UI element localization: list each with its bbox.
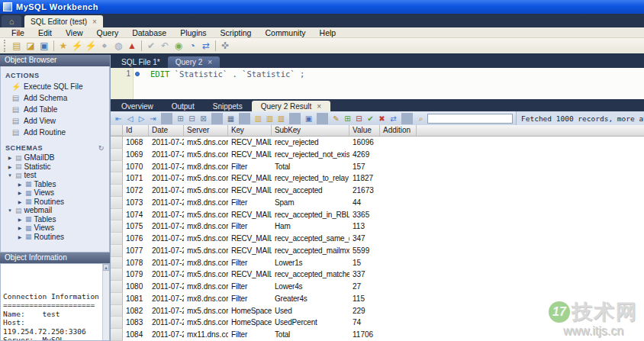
table-row[interactable]: 1074 2011-07-20 mx5.dns.com.cn RECV_MAIL… (111, 209, 644, 221)
cell-date[interactable]: 2011-07-20 (149, 137, 184, 149)
cell-subkey[interactable]: Total (272, 161, 349, 173)
search-grid-icon[interactable]: ⌕ (415, 113, 427, 124)
cell-key[interactable]: Filter (228, 281, 272, 293)
cell-addition[interactable] (380, 185, 417, 197)
last-record-icon[interactable]: ⇥ (147, 113, 159, 124)
duplicate-row-icon[interactable]: ⊟ (186, 113, 198, 124)
cell-value[interactable]: 115 (349, 293, 380, 305)
menu-scripting[interactable]: Scripting (214, 28, 259, 37)
cell-key[interactable]: RECV_MAIL (228, 233, 272, 245)
separator[interactable] (215, 40, 216, 51)
cell-addition[interactable] (380, 149, 417, 161)
sql-editor[interactable]: 1 EDIT `Statistic` . `Statistic` ; (111, 68, 644, 99)
cell-server[interactable]: mx5.dns.com.cn (184, 233, 228, 245)
expander-icon[interactable]: ▶ (17, 199, 23, 204)
menu-help[interactable]: Help (313, 28, 343, 37)
expander-icon[interactable]: ▶ (7, 164, 13, 169)
cell-id[interactable]: 1072 (123, 185, 149, 197)
action-add-table[interactable]: ▤ Add Table (1, 104, 109, 115)
cell-server[interactable]: mx5.dns.com.cn (184, 185, 228, 197)
cell-addition[interactable] (380, 257, 417, 269)
cell-server[interactable]: mx8.dns.com.cn (184, 197, 228, 209)
new-connection-icon[interactable]: ★ (56, 40, 70, 53)
cell-server[interactable]: mx11.dns.com... (184, 329, 228, 341)
cell-server[interactable]: mx5.dns.com.cn (184, 317, 228, 329)
close-result-tab-icon[interactable]: × (317, 102, 321, 111)
menu-query[interactable]: Query (90, 28, 126, 37)
cell-addition[interactable] (380, 329, 417, 341)
save-icon[interactable]: ▣ (37, 40, 51, 53)
cell-subkey[interactable]: recv_accepted_same_domain (272, 233, 349, 245)
cell-date[interactable]: 2011-07-20 (149, 209, 184, 221)
row-selector[interactable] (111, 329, 123, 341)
cell-addition[interactable] (380, 281, 417, 293)
col-header-server[interactable]: Server (184, 125, 228, 136)
cell-server[interactable]: mx5.dns.com.cn (184, 172, 228, 185)
insert-row-icon[interactable]: ⊞ (175, 113, 186, 124)
col-header-addition[interactable]: Addition (380, 125, 417, 136)
cell-id[interactable]: 1077 (123, 245, 149, 257)
cell-subkey[interactable]: recv_rejected_to_relay (272, 172, 349, 185)
cell-value[interactable]: 337 (349, 269, 380, 281)
action-add-schema[interactable]: ▤ Add Schema (1, 92, 109, 104)
cell-key[interactable]: RECV_MAIL (228, 185, 272, 197)
cell-subkey[interactable]: recv_accepted_in_RBL (272, 209, 349, 221)
cell-key[interactable]: RECV_MAIL (228, 149, 272, 161)
first-record-icon[interactable]: ⇤ (113, 113, 124, 124)
cell-id[interactable]: 1073 (123, 197, 149, 209)
action-execute-sql-file[interactable]: ⚡ Execute SQL File (1, 81, 109, 92)
separator[interactable] (239, 113, 250, 124)
cell-value[interactable]: 3365 (349, 209, 380, 221)
row-selector[interactable] (111, 317, 123, 329)
query-timer-icon[interactable]: ◔ (185, 40, 199, 53)
cell-server[interactable]: mx5.dns.com.cn (184, 305, 228, 317)
cell-key[interactable]: Filter (228, 293, 272, 305)
titlebar[interactable]: MySQL Workbench (0, 0, 644, 14)
cell-date[interactable]: 2011-07-20 (149, 149, 184, 161)
cell-subkey[interactable]: recv_accepted (272, 185, 349, 197)
cell-key[interactable]: HomeSpace (228, 317, 272, 329)
expander-icon[interactable]: ▶ (17, 190, 23, 195)
add-record-icon[interactable]: ⊞ (342, 113, 353, 124)
cell-date[interactable]: 2011-07-20 (149, 245, 184, 257)
expander-icon[interactable]: ▶ (7, 155, 13, 160)
cell-addition[interactable] (380, 161, 417, 173)
cell-id[interactable]: 1071 (123, 172, 149, 185)
cell-key[interactable]: RECV_MAIL (228, 269, 272, 281)
menu-plugins[interactable]: Plugins (173, 28, 213, 37)
col-header-key[interactable]: Key (228, 125, 272, 136)
rollback-icon[interactable]: ↶ (158, 40, 172, 53)
cell-id[interactable]: 1075 (123, 220, 149, 233)
cell-subkey[interactable]: Lower1s (272, 257, 349, 269)
cell-addition[interactable] (380, 269, 417, 281)
table-row[interactable]: 1069 2011-07-20 mx5.dns.com.cn RECV_MAIL… (111, 149, 644, 161)
cell-addition[interactable] (380, 245, 417, 257)
cell-value[interactable]: 21673 (349, 185, 380, 197)
refresh-grid-icon[interactable]: ⇄ (388, 113, 399, 124)
cell-key[interactable]: Filter (228, 161, 272, 173)
cell-subkey[interactable]: Greater4s (272, 293, 349, 305)
schema-refresh-icon[interactable]: ↻ (98, 144, 105, 152)
cell-date[interactable]: 2011-07-20 (149, 185, 184, 197)
test-routines[interactable]: ▶ ▦ Routines (4, 198, 109, 207)
cell-subkey[interactable]: recv_accepted_matched (272, 269, 349, 281)
cell-key[interactable]: HomeSpace (228, 305, 272, 317)
separator[interactable] (161, 113, 172, 124)
cell-server[interactable]: mx8.dns.com.cn (184, 281, 228, 293)
row-selector[interactable] (111, 305, 123, 317)
sort-asc-icon[interactable]: ▥ (253, 113, 264, 124)
cell-subkey[interactable]: recv_rejected (272, 137, 349, 149)
cell-subkey[interactable]: Used (272, 305, 349, 317)
menu-file[interactable]: File (5, 28, 31, 37)
cell-key[interactable]: Filter (228, 329, 272, 341)
select-all-cell[interactable] (111, 125, 123, 136)
menu-database[interactable]: Database (125, 28, 173, 37)
cell-id[interactable]: 1069 (123, 149, 149, 161)
cell-date[interactable]: 2011-07-20 (149, 269, 184, 281)
schema-statistic[interactable]: ▶ ▤ Statistic (4, 162, 109, 172)
cell-date[interactable]: 2011-07-20 (149, 293, 184, 305)
table-row[interactable]: 1079 2011-07-20 mx5.dns.com.cn RECV_MAIL… (111, 269, 644, 281)
cell-date[interactable]: 2011-07-20 (149, 233, 184, 245)
separator[interactable] (141, 40, 142, 51)
export-recordset-icon[interactable]: ▣ (303, 113, 314, 124)
